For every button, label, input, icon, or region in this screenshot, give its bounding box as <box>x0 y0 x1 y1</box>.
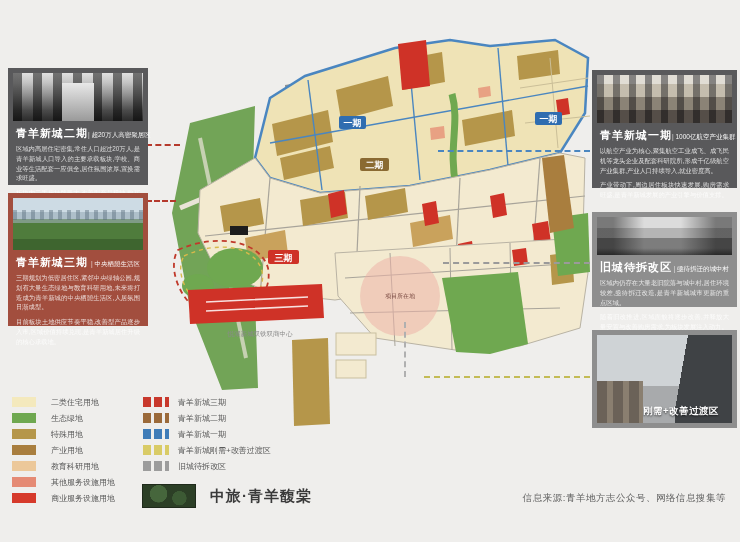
transition-caption: 青羊新城刚需+改善过渡区 <box>603 405 719 418</box>
phase3-title: 青羊新城三期 <box>16 255 88 270</box>
legend-row: 青羊新城刚需+改善过渡区 <box>143 442 271 458</box>
phase3-paragraph: 三期规划为低密居住区,紧邻中央绿轴公园,规划有大量生态绿地与教育科研用地,未来将… <box>16 273 140 312</box>
legend-row: 生态绿地 <box>12 410 115 426</box>
phase3-label: 三期 <box>275 253 293 263</box>
legend-label: 青羊新城三期 <box>178 397 226 408</box>
legend-label: 青羊新城刚需+改善过渡区 <box>178 445 271 456</box>
map-park-south <box>442 272 528 354</box>
phase2-title: 青羊新城二期 <box>16 126 88 141</box>
legend-label: 生态绿地 <box>51 413 83 424</box>
legend-swatch <box>12 429 36 439</box>
map-project-site: 项目所在地 <box>360 256 440 336</box>
legend-row: 其他服务设施用地 <box>12 474 115 490</box>
phase1-label-b: 一期 <box>540 114 558 124</box>
phase1-photo <box>597 75 732 123</box>
legend-row: 二类住宅用地 <box>12 394 115 410</box>
oldtown-title: 旧城待拆改区 <box>600 260 672 275</box>
oldtown-tag: 亟待拆迁的城中村 <box>674 265 730 274</box>
card-phase1: 青羊新城一期 1000亿航空产业集群 以航空产业为核心,聚集航空工业成飞、成飞民… <box>592 70 737 188</box>
connector-phase1 <box>438 150 590 152</box>
phase2-tag: 超20万人高密聚居区 <box>88 131 151 140</box>
oldtown-paragraph: 随着旧改推进,区域面貌将逐步改善,并释放大量安置与改善购房需求,为板块发展注入动… <box>600 312 729 332</box>
phase3-description: 三期规划为低密居住区,紧邻中央绿轴公园,规划有大量生态绿地与教育科研用地,未来将… <box>16 273 140 346</box>
master-plan-map: 悦湖新城双铁双商中心 项目所在地 一期 一期 二期 三期 <box>160 28 595 428</box>
svg-text:项目所在地: 项目所在地 <box>385 293 416 300</box>
phase2-label: 二期 <box>366 160 384 170</box>
legend-swatch <box>143 413 169 423</box>
legend-label: 特殊用地 <box>51 429 83 440</box>
legend-swatch <box>12 461 36 471</box>
card-transition: 青羊新城刚需+改善过渡区 <box>592 330 737 428</box>
legend-row: 青羊新城一期 <box>143 426 271 442</box>
phase3-tag: 中央栖憩生活区 <box>91 260 140 269</box>
oldtown-description: 区域内仍存在大量老旧院落与城中村,居住环境较差,亟待拆迁改造,是青羊新城城市更新… <box>600 278 729 332</box>
legend-label: 商业服务设施用地 <box>51 493 115 504</box>
oldtown-paragraph: 区域内仍存在大量老旧院落与城中村,居住环境较差,亟待拆迁改造,是青羊新城城市更新… <box>600 278 729 307</box>
connector-oldtown <box>443 262 590 264</box>
legend-swatch <box>143 445 169 455</box>
phase1-tag: 1000亿航空产业集群 <box>672 133 735 142</box>
connector-phase2 <box>146 144 180 146</box>
phase1-label-a: 一期 <box>344 118 362 128</box>
legend-zones: 青羊新城三期 青羊新城二期 青羊新城一期 青羊新城刚需+改善过渡区 旧城待拆改区 <box>143 394 271 474</box>
phase2-paragraph: 区域内高层住宅密集,常住人口超过20万人,是青羊新城人口导入的主要承载板块,学校… <box>16 144 140 183</box>
phase1-description: 以航空产业为核心,聚集航空工业成飞、成飞民机等龙头企业及配套科研院所,形成千亿级… <box>600 146 729 200</box>
masterplan-poster: 悦湖新城双铁双商中心 项目所在地 一期 一期 二期 三期 青羊新城二期 <box>0 0 740 542</box>
card-phase3: 青羊新城三期 中央栖憩生活区 三期规划为低密居住区,紧邻中央绿轴公园,规划有大量… <box>8 193 148 326</box>
phase3-photo <box>13 198 143 250</box>
connector-transition-v <box>404 322 406 377</box>
legend-swatch <box>143 429 169 439</box>
oldtown-photo <box>597 217 732 255</box>
source-note: 信息来源:青羊地方志公众号、网络信息搜集等 <box>523 492 726 505</box>
legend-row: 商业服务设施用地 <box>12 490 115 506</box>
legend-row: 旧城待拆改区 <box>143 458 271 474</box>
legend-swatch <box>143 461 169 471</box>
map-commercial-bar <box>188 284 324 324</box>
legend-label: 旧城待拆改区 <box>178 461 226 472</box>
card-oldtown: 旧城待拆改区 亟待拆迁的城中村 区域内仍存在大量老旧院落与城中村,居住环境较差,… <box>592 212 737 307</box>
legend-swatch <box>143 397 169 407</box>
phase1-title: 青羊新城一期 <box>600 128 672 143</box>
logo-image <box>142 484 196 508</box>
legend-swatch <box>12 413 36 423</box>
phase1-paragraph: 产业带动下,周边居住板块快速发展,购房需求旺盛,是青羊新城发展的产业引擎与价值支… <box>600 180 729 200</box>
map-center-caption: 悦湖新城双铁双商中心 <box>227 330 294 338</box>
legend-label: 二类住宅用地 <box>51 397 99 408</box>
legend-land-use: 二类住宅用地 生态绿地 特殊用地 产业用地 教育科研用地 其他服务设施用地 商业… <box>12 394 115 506</box>
legend-row: 特殊用地 <box>12 426 115 442</box>
legend-row: 教育科研用地 <box>12 458 115 474</box>
brand-logo: 中旅·青羊馥棠 <box>142 484 312 508</box>
legend-swatch <box>12 493 36 503</box>
card-phase2: 青羊新城二期 超20万人高密聚居区 区域内高层住宅密集,常住人口超过20万人,是… <box>8 68 148 185</box>
connector-transition <box>424 376 590 378</box>
legend-row: 青羊新城三期 <box>143 394 271 410</box>
phase3-paragraph: 目前板块土地供应节奏平稳,改善型产品逐步入市,区域价值持续兑现,是青羊新城居住升… <box>16 317 140 346</box>
transition-photo: 青羊新城刚需+改善过渡区 <box>597 335 732 423</box>
legend-swatch <box>12 445 36 455</box>
legend-row: 青羊新城二期 <box>143 410 271 426</box>
map-south-strip <box>292 338 330 426</box>
legend-label: 教育科研用地 <box>51 461 99 472</box>
legend-label: 青羊新城二期 <box>178 413 226 424</box>
connector-phase3 <box>146 200 176 202</box>
phase1-paragraph: 以航空产业为核心,聚集航空工业成飞、成飞民机等龙头企业及配套科研院所,形成千亿级… <box>600 146 729 175</box>
legend-row: 产业用地 <box>12 442 115 458</box>
legend-label: 其他服务设施用地 <box>51 477 115 488</box>
phase2-photo <box>13 73 143 121</box>
logo-text: 中旅·青羊馥棠 <box>210 487 312 506</box>
legend-label: 产业用地 <box>51 445 83 456</box>
legend-label: 青羊新城一期 <box>178 429 226 440</box>
legend-swatch <box>12 477 36 487</box>
legend-swatch <box>12 397 36 407</box>
